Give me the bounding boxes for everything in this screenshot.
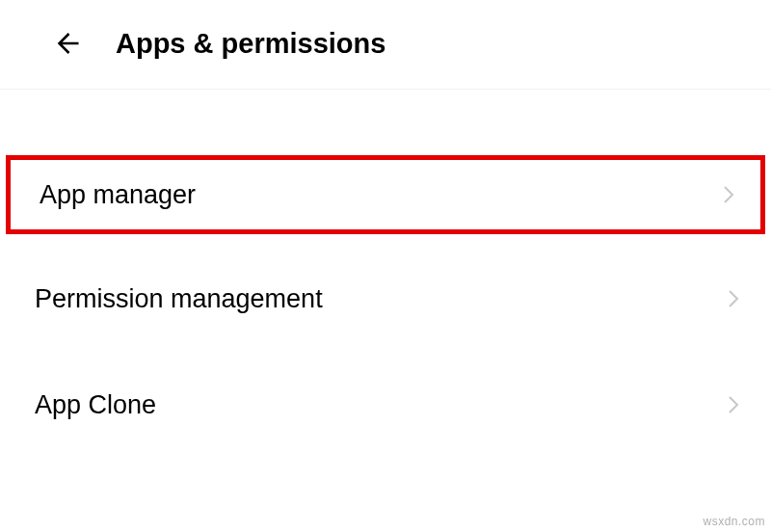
list-item-label: App Clone [35,390,156,420]
list-item-app-manager[interactable]: App manager [6,155,765,234]
list-item-permission-management[interactable]: Permission management [0,261,771,336]
list-item-label: Permission management [35,284,323,314]
settings-list: App manager Permission management App Cl… [0,90,771,442]
chevron-right-icon [720,181,737,208]
back-arrow-icon[interactable] [50,27,83,60]
chevron-right-icon [725,285,742,312]
header: Apps & permissions [0,0,771,90]
list-item-app-clone[interactable]: App Clone [0,367,771,442]
chevron-right-icon [725,391,742,418]
list-item-label: App manager [40,180,196,210]
watermark: wsxdn.com [703,515,765,528]
page-title: Apps & permissions [116,28,386,60]
